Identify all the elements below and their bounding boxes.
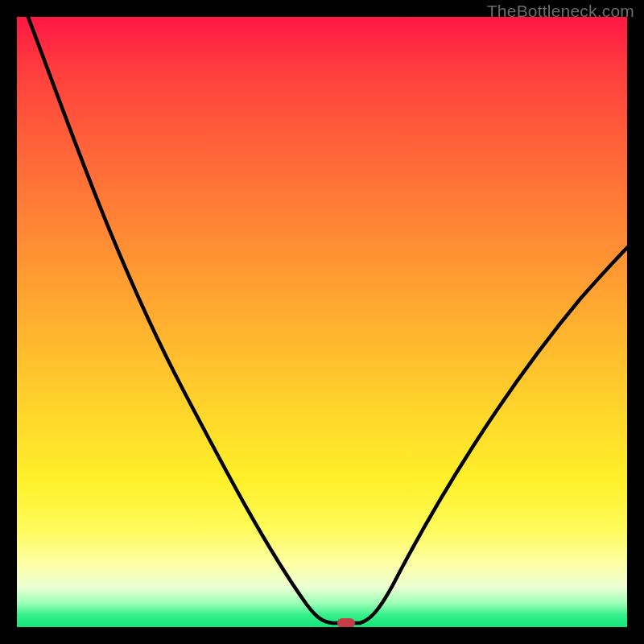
chart-stage: TheBottleneck.com (0, 0, 644, 644)
minimum-marker (337, 618, 355, 627)
plot-area (17, 17, 627, 627)
bottleneck-curve (17, 17, 627, 627)
